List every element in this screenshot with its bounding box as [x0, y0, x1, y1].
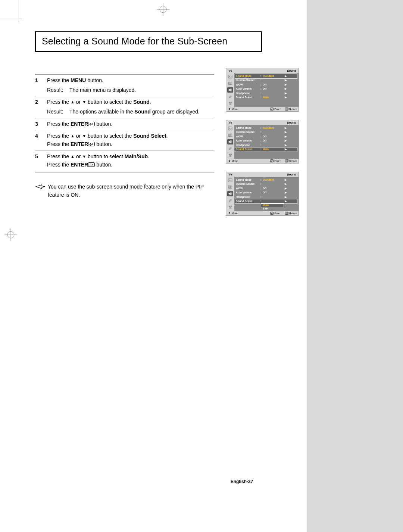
step-text: Press the ▲ or ▼ button to select the So… — [47, 98, 214, 106]
osd-sound-icon — [227, 139, 233, 144]
osd-menu-row: Sound Select:▶ — [235, 199, 297, 204]
osd-foot-enter: Enter — [270, 108, 281, 111]
osd-screenshot-2: TVSoundSound Mode:Standard▶Custom Sound:… — [226, 120, 299, 164]
svg-point-24 — [230, 103, 231, 105]
osd-header: TVSound — [226, 68, 299, 73]
osd-screenshot-3: TVSoundSound Mode:Standard▶Custom Sound:… — [226, 172, 299, 216]
step-text: Press the ▲ or ▼ button to select the So… — [47, 132, 214, 140]
osd-menu-row: Headphone:▶ — [235, 195, 297, 199]
osd-tv-label: TV — [228, 69, 232, 72]
osd-menu-row: Auto Volume:Off▶ — [235, 87, 297, 91]
svg-point-41 — [229, 154, 230, 155]
step-number: 2 — [35, 98, 47, 116]
svg-point-25 — [231, 102, 232, 103]
svg-rect-45 — [285, 160, 288, 162]
osd-menu-row: Headphone:▶ — [235, 91, 297, 96]
step-text: Press the MENU button. — [47, 77, 214, 85]
osd-section-label: Sound — [287, 121, 296, 124]
osd-icon-column — [226, 73, 234, 107]
page-number: English-37 — [223, 478, 260, 485]
svg-rect-63 — [285, 212, 288, 215]
osd-menu-row: Auto Volume:Off▶ — [235, 139, 297, 143]
step-2: 2Press the ▲ or ▼ button to select the S… — [35, 98, 214, 116]
osd-menu-row: WOW:Off▶ — [235, 134, 297, 139]
step-1: 1Press the MENU button.Result:The main m… — [35, 77, 214, 94]
step-result: Result:The options available in the Soun… — [47, 108, 214, 116]
osd-footer: MoveEnterReturn — [226, 107, 299, 111]
svg-point-60 — [230, 207, 231, 208]
osd-menu-row: Sound Mode:Standard▶ — [235, 126, 297, 130]
svg-rect-10 — [88, 142, 95, 146]
osd-foot-enter: Enter — [270, 159, 281, 162]
osd-menu-row: Headphone:▶ — [235, 143, 297, 147]
osd-sound-icon — [227, 87, 233, 93]
osd-channel-icon — [227, 81, 233, 86]
svg-rect-62 — [271, 212, 274, 215]
osd-tv-label: TV — [228, 173, 232, 176]
osd-menu-row: Sound Mode:Standard▶ — [235, 74, 297, 78]
osd-submenu-option: Main — [261, 203, 284, 207]
osd-menu-row: WOW:Off▶ — [235, 186, 297, 191]
osd-menu-row: Sound Mode:Standard▶ — [235, 178, 297, 182]
osd-footer: MoveEnterReturn — [226, 211, 299, 215]
osd-foot-return: Return — [285, 108, 297, 111]
osd-tv-label: TV — [228, 121, 232, 124]
osd-screenshot-1: TVSoundSound Mode:Standard▶Custom Sound:… — [226, 68, 299, 112]
section-title: Selecting a Sound Mode for the Sub-Scree… — [42, 36, 255, 47]
step-number: 3 — [35, 120, 47, 128]
osd-foot-return: Return — [285, 212, 297, 215]
osd-sound-icon — [227, 191, 233, 196]
note-text: You can use the sub-screen sound mode fe… — [48, 183, 214, 199]
osd-menu-list: Sound Mode:Standard▶Custom Sound:▶WOW:Of… — [234, 125, 299, 159]
divider — [35, 74, 214, 75]
svg-rect-44 — [271, 160, 274, 162]
step-text: Press the ENTER button. — [47, 161, 214, 169]
step-result: Result:The main menu is displayed. — [47, 86, 214, 94]
svg-rect-27 — [285, 108, 288, 111]
note-row: You can use the sub-screen sound mode fe… — [35, 183, 214, 199]
divider — [35, 96, 214, 96]
svg-point-23 — [229, 102, 230, 103]
osd-foot-move: Move — [228, 108, 238, 111]
step-number: 5 — [35, 153, 47, 169]
osd-sat-icon — [227, 198, 233, 203]
osd-picture-icon — [227, 178, 233, 183]
osd-header: TVSound — [226, 172, 299, 177]
osd-foot-move: Move — [228, 212, 238, 215]
osd-menu-row: Custom Sound:▶ — [235, 78, 297, 83]
osd-icon-column — [226, 177, 234, 211]
osd-foot-enter: Enter — [270, 212, 281, 215]
instruction-content: 1Press the MENU button.Result:The main m… — [35, 71, 214, 199]
osd-submenu: MainSub — [261, 203, 284, 210]
svg-rect-26 — [271, 108, 274, 111]
step-4: 4Press the ▲ or ▼ button to select the S… — [35, 132, 214, 148]
osd-screenshot-stack: TVSoundSound Mode:Standard▶Custom Sound:… — [226, 68, 299, 224]
svg-rect-9 — [88, 122, 95, 126]
sidebar-gray-column — [307, 0, 403, 532]
note-pointer-icon — [35, 183, 48, 199]
osd-sat-icon — [227, 146, 233, 151]
osd-menu-list: Sound Mode:Standard▶Custom Sound:▶WOW:Of… — [234, 177, 299, 211]
crop-mark — [0, 19, 22, 19]
osd-section-label: Sound — [287, 69, 296, 72]
osd-channel-icon — [227, 184, 233, 190]
divider — [35, 118, 214, 118]
osd-foot-return: Return — [285, 159, 297, 162]
osd-footer: MoveEnterReturn — [226, 159, 299, 163]
osd-icon-column — [226, 125, 234, 159]
osd-section-label: Sound — [287, 173, 296, 176]
osd-setup-icon — [227, 153, 233, 158]
divider — [35, 172, 214, 172]
svg-rect-11 — [88, 162, 95, 167]
step-text: Press the ENTER button. — [47, 120, 214, 128]
osd-menu-row: WOW:Off▶ — [235, 83, 297, 87]
osd-header: TVSound — [226, 120, 299, 125]
osd-channel-icon — [227, 133, 233, 138]
step-text: Press the ▲ or ▼ button to select Main/S… — [47, 153, 214, 161]
osd-picture-icon — [227, 74, 233, 79]
section-title-box: Selecting a Sound Mode for the Sub-Scree… — [35, 31, 262, 52]
svg-point-59 — [229, 206, 230, 207]
osd-menu-row: Sound Select:Main▶ — [235, 96, 297, 100]
osd-sat-icon — [227, 94, 233, 99]
osd-setup-icon — [227, 101, 233, 106]
